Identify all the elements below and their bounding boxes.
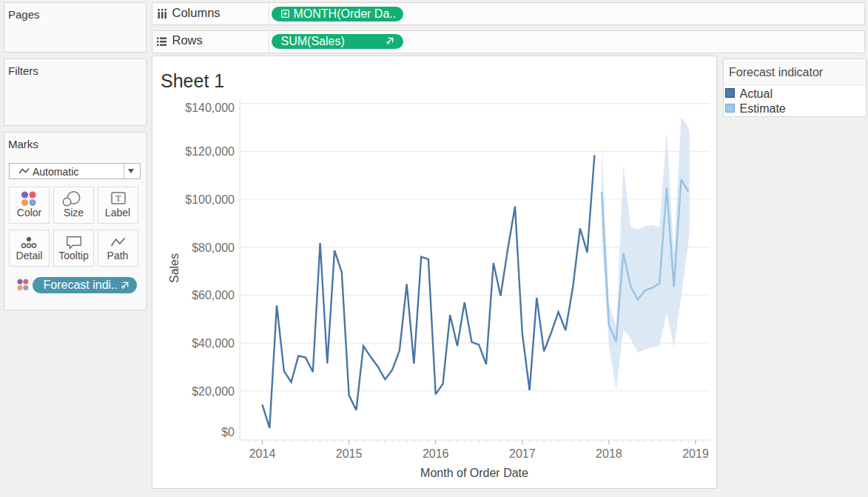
svg-text:Sales: Sales [168, 253, 181, 283]
svg-text:$60,000: $60,000 [192, 289, 235, 301]
svg-text:Month of Order Date: Month of Order Date [420, 467, 528, 479]
svg-text:$0: $0 [221, 426, 235, 438]
svg-text:2019: 2019 [682, 447, 709, 460]
svg-text:$40,000: $40,000 [192, 337, 235, 350]
svg-text:$80,000: $80,000 [192, 241, 235, 254]
svg-text:2017: 2017 [509, 447, 536, 460]
svg-text:$100,000: $100,000 [185, 193, 235, 206]
svg-text:2015: 2015 [336, 447, 363, 460]
svg-text:2014: 2014 [249, 447, 276, 460]
svg-text:2016: 2016 [423, 447, 449, 460]
svg-text:2018: 2018 [596, 447, 622, 460]
svg-text:$20,000: $20,000 [192, 385, 235, 398]
svg-text:$140,000: $140,000 [185, 101, 235, 114]
svg-text:$120,000: $120,000 [185, 145, 235, 158]
